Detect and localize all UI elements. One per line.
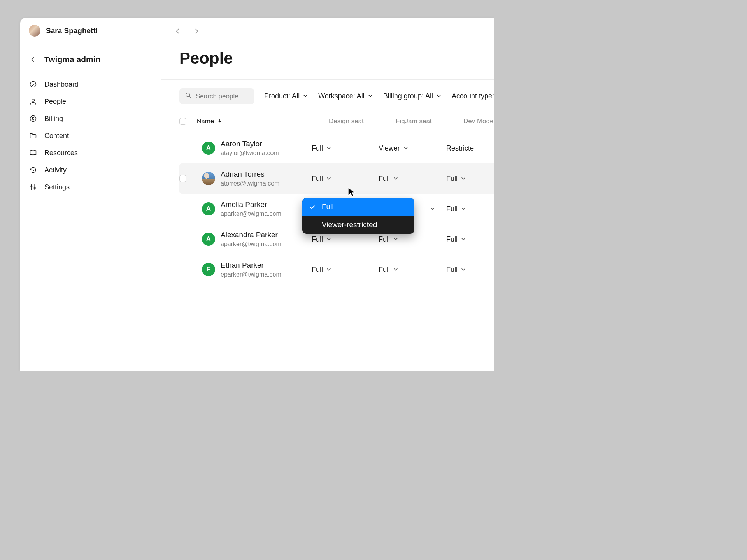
table-row: A Aaron Taylor ataylor@twigma.com Full V… [179,133,494,163]
seat-value: Restricte [446,144,474,152]
seat-value: Full [446,266,458,274]
user-avatar: A [202,202,215,215]
table-row: E Ethan Parker eparker@twigma.com Full F… [179,254,494,285]
back-row[interactable]: Twigma admin [26,52,156,66]
svg-point-1 [32,99,35,102]
nav-forward-button[interactable] [192,26,201,36]
filter-label: Product: All [264,92,300,100]
user-email: aparker@twigma.com [221,210,281,218]
sidebar-item-label: Content [44,132,69,140]
table-header: Name Design seat FigJam seat Dev Mode [179,113,494,133]
seat-value: Full [379,235,390,243]
figjam-seat-select[interactable]: Viewer [379,144,446,152]
user-email: atorres@twigma.com [221,179,279,188]
chevron-down-icon [461,175,466,183]
sidebar-item-people[interactable]: People [26,93,156,110]
filter-product[interactable]: Product: All [264,92,308,100]
sliders-icon [29,183,37,191]
sidebar-item-label: Dashboard [44,80,79,89]
user-avatar [202,172,215,185]
seat-value: Full [312,266,323,274]
nav-back-button[interactable] [173,26,182,36]
row-checkbox[interactable] [179,175,186,182]
menu-option-viewer-restricted[interactable]: Viewer-restricted [302,216,414,234]
filter-label: Account type: [452,92,494,100]
arrow-down-icon [217,117,223,125]
page-title: People [161,38,494,80]
svg-point-5 [186,93,190,97]
seat-value: Full [312,235,323,243]
search-icon [185,92,192,101]
filter-label: Workspace: All [318,92,365,100]
profile-switcher[interactable]: Sara Spaghetti [20,18,161,44]
sidebar-item-label: Settings [44,183,70,191]
table-row: Adrian Torres atorres@twigma.com Full Fu… [179,163,494,194]
folder-icon [29,131,37,140]
menu-option-label: Viewer-restricted [322,220,377,229]
filters-row: Search people Product: All Workspace: Al… [161,80,494,113]
sidebar-item-label: Activity [44,166,67,174]
sidebar-item-activity[interactable]: Activity [26,161,156,178]
avatar [29,25,40,37]
column-label: Name [196,117,214,125]
chevron-down-icon [436,92,442,100]
main: People Search people Product: All Worksp… [161,18,494,371]
toolbar [161,18,494,38]
user-name: Aaron Taylor [221,139,279,149]
sidebar-item-resources[interactable]: Resources [26,144,156,161]
dollar-circle-icon [29,114,37,123]
user-name: Alexandra Parker [221,230,281,240]
sidebar-item-dashboard[interactable]: Dashboard [26,76,156,93]
filter-label: Billing group: All [383,92,433,100]
sidebar-item-settings[interactable]: Settings [26,178,156,196]
check-icon [309,203,316,211]
sidebar-item-content[interactable]: Content [26,127,156,144]
filter-account-type[interactable]: Account type: [452,92,494,100]
chevron-down-icon [393,266,398,274]
app-shell: Sara Spaghetti Twigma admin Dashboard [20,18,494,371]
devmode-seat-select[interactable]: Full [446,175,494,183]
chevron-down-icon [368,92,373,100]
column-figjam[interactable]: FigJam seat [396,117,463,125]
filter-workspace[interactable]: Workspace: All [318,92,373,100]
sidebar-item-billing[interactable]: Billing [26,110,156,127]
book-icon [29,149,37,157]
user-email: aparker@twigma.com [221,240,281,248]
seat-value: Full [379,175,390,183]
devmode-seat-select[interactable]: Full [446,266,494,274]
person-icon [29,97,37,106]
user-avatar: A [202,142,215,155]
chevron-down-icon [326,175,331,183]
filter-billing-group[interactable]: Billing group: All [383,92,442,100]
seat-value: Viewer [379,144,400,152]
user-email: ataylor@twigma.com [221,149,279,158]
user-name: Ethan Parker [221,260,281,270]
column-design[interactable]: Design seat [329,117,396,125]
user-email: eparker@twigma.com [221,270,281,279]
search-placeholder: Search people [196,93,238,100]
user-avatar: A [202,233,215,246]
chevron-down-icon [430,205,435,213]
menu-option-full[interactable]: Full [302,198,414,216]
figjam-seat-select[interactable]: Full [379,266,446,274]
devmode-seat-select[interactable]: Full [446,235,494,243]
search-input[interactable]: Search people [179,88,254,104]
user-avatar: E [202,263,215,276]
devmode-seat-select[interactable]: Full [446,205,494,213]
column-name[interactable]: Name [196,117,329,125]
design-seat-select[interactable]: Full [312,266,379,274]
sidebar-nav: Twigma admin Dashboard People Billing [20,44,161,196]
design-seat-select[interactable]: Full [312,144,379,152]
select-all-checkbox[interactable] [179,118,186,125]
history-icon [29,166,37,174]
seat-value: Full [446,205,458,213]
chevron-down-icon [326,144,331,152]
figjam-seat-select[interactable]: Full [379,235,446,243]
seat-value: Full [446,175,458,183]
design-seat-select[interactable]: Full [312,235,379,243]
design-seat-select[interactable]: Full [312,175,379,183]
sidebar-item-label: People [44,98,66,106]
chevron-down-icon [393,235,398,243]
figjam-seat-select[interactable]: Full [379,175,446,183]
column-devmode[interactable]: Dev Mode [463,117,494,125]
